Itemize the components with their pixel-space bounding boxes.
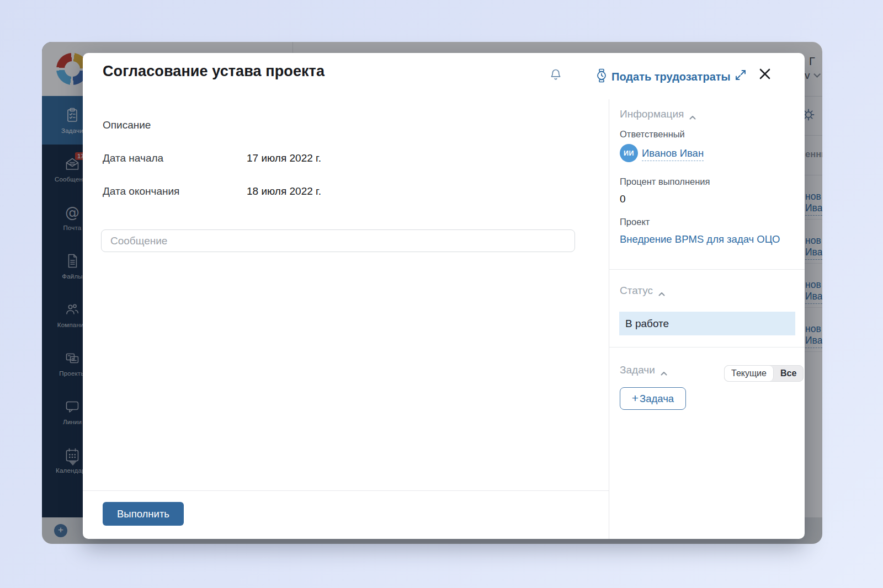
section-divider [609,347,805,348]
project-label: Проект [620,217,650,227]
progress-value: 0 [620,193,626,205]
info-section-header[interactable]: Информация [620,108,696,120]
section-divider [609,269,805,270]
expand-icon[interactable] [734,68,747,84]
chevron-up-icon [689,112,696,116]
task-modal: Согласование устава проекта Подать трудо… [83,53,805,539]
bell-icon[interactable] [550,68,562,84]
watch-icon [596,68,607,85]
message-input[interactable] [101,229,575,252]
close-icon[interactable] [758,67,772,83]
tasks-filter-toggle: Текущие Все [724,365,804,382]
modal-title: Согласование устава проекта [103,63,325,80]
filter-all-tab[interactable]: Все [774,366,803,381]
plus-icon: + [632,392,639,405]
responsible-label: Ответственный [620,129,685,140]
status-section-header[interactable]: Статус [620,285,665,297]
filter-current-tab[interactable]: Текущие [725,366,774,381]
tasks-section-header[interactable]: Задачи [620,364,667,376]
end-date-value: 18 июля 2022 г. [247,185,321,197]
status-value[interactable]: В работе [619,312,795,335]
panel-divider [609,99,609,539]
footer-divider [83,490,609,491]
tasks-section-title: Задачи [620,364,655,376]
start-date-value: 17 июля 2022 г. [247,152,321,164]
info-section-title: Информация [620,108,684,120]
chevron-up-icon [661,368,667,372]
avatar: ИИ [620,144,638,162]
end-date-label: Дата окончания [103,185,179,197]
submit-worklog-label: Подать трудозатраты [611,71,731,83]
add-task-button[interactable]: + Задача [620,387,686,410]
project-link[interactable]: Внедрение BPMS для задач ОЦО [620,233,780,245]
progress-label: Процент выполнения [620,177,710,187]
status-section-title: Статус [620,285,653,297]
submit-button[interactable]: Выполнить [103,502,184,526]
start-date-label: Дата начала [103,152,163,164]
description-label: Описание [103,119,151,131]
add-task-label: Задача [640,393,674,405]
responsible-link[interactable]: Иванов Иван [642,147,704,161]
submit-worklog-button[interactable]: Подать трудозатраты [596,68,731,85]
chevron-up-icon [658,288,665,293]
